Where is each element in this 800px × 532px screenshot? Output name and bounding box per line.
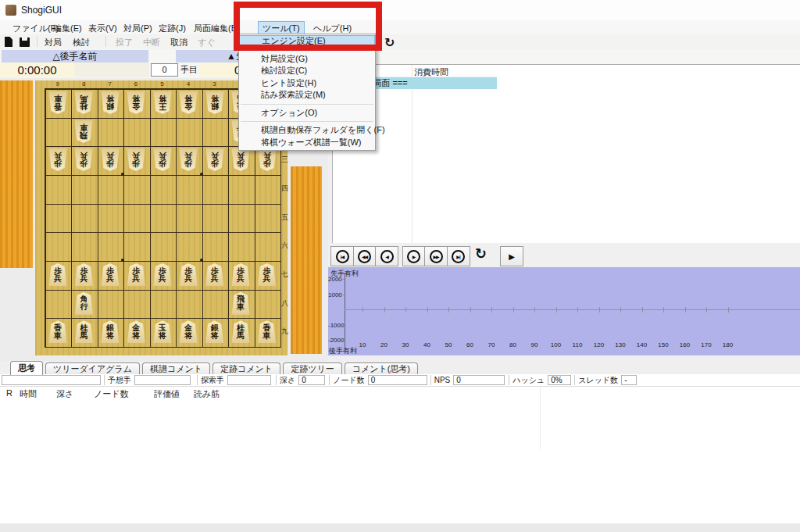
- menu-bar: ファイル(F)編集(E)表示(V)対局(P)定跡(J)局面編集(B)ツール(T)…: [0, 20, 800, 34]
- shogi-piece[interactable]: 桂馬: [231, 320, 250, 343]
- nav-forward-icon: ▶▶: [430, 250, 443, 263]
- toolbar-button-analyze[interactable]: 検討: [73, 37, 90, 48]
- x-tick: [706, 307, 707, 312]
- shogi-piece[interactable]: 歩兵: [231, 263, 250, 286]
- shogi-piece[interactable]: 歩兵: [48, 148, 67, 171]
- shogi-piece[interactable]: 歩兵: [48, 263, 67, 286]
- clock-spacer: [74, 62, 149, 77]
- shogi-piece[interactable]: 金将: [179, 320, 198, 343]
- bottom-strip: [0, 523, 800, 532]
- rotate-board-icon[interactable]: ↻: [384, 35, 395, 50]
- nav-last-button[interactable]: ▶|: [447, 246, 470, 266]
- rank-label: 三: [281, 155, 288, 165]
- x-tick: [513, 307, 514, 312]
- column-header: 評価値: [154, 388, 180, 400]
- kifu-panel[interactable]: 消費時間 === 開始局面 ===: [332, 64, 800, 243]
- status-label-depth: 深さ: [276, 375, 298, 385]
- rank-label: 八: [281, 298, 288, 309]
- save-kifu-icon[interactable]: [20, 37, 30, 47]
- nav-replay-button[interactable]: ↻: [475, 245, 487, 262]
- x-tick-label: 130: [611, 341, 630, 348]
- rank-label: 九: [281, 327, 288, 337]
- menu-item-mate-search-settings[interactable]: 詰み探索設定(M): [239, 89, 375, 102]
- x-tick-label: 80: [504, 341, 523, 348]
- shogi-piece[interactable]: 銀将: [101, 91, 120, 114]
- nav-play-icon: ▶: [509, 252, 515, 261]
- piece-stand-gote[interactable]: [0, 80, 33, 268]
- shogi-piece[interactable]: 王将: [153, 91, 172, 114]
- shogi-piece[interactable]: 角行: [74, 292, 93, 315]
- tab-joseki-comment[interactable]: 定跡コメント: [212, 362, 280, 374]
- file-label: 8: [70, 80, 96, 87]
- status-label-hash: ハッシュ: [509, 375, 548, 385]
- file-label: 9: [45, 80, 70, 87]
- tab-joseki-tree[interactable]: 定跡ツリー: [283, 362, 342, 374]
- menu-item-game-settings[interactable]: 対局設定(G): [239, 53, 375, 66]
- nav-next-button[interactable]: ▶: [402, 246, 426, 266]
- tab-tree-diagram[interactable]: ツリーダイアグラム: [45, 362, 140, 374]
- toolbar-button-game[interactable]: 対局: [45, 37, 62, 48]
- shogi-piece[interactable]: 香車: [258, 320, 277, 343]
- piece-stand-sente[interactable]: [291, 166, 322, 354]
- tab-kifu-comment[interactable]: 棋譜コメント: [142, 362, 210, 374]
- board-star: [200, 173, 203, 176]
- shogi-piece[interactable]: 歩兵: [101, 263, 120, 286]
- shogi-piece[interactable]: 金将: [179, 91, 198, 114]
- shogi-piece[interactable]: 香車: [48, 320, 67, 343]
- toolbar-button-cancel[interactable]: 取消: [170, 37, 188, 48]
- tools-menu: エンジン設定(E)対局設定(G)検討設定(C)ヒント設定(H)詰み探索設定(M)…: [238, 34, 376, 151]
- toolbar-button-immediate[interactable]: すぐ: [198, 37, 216, 48]
- x-tick-label: 180: [719, 341, 738, 348]
- x-tick: [448, 307, 449, 312]
- shogi-piece[interactable]: 歩兵: [74, 263, 93, 286]
- x-tick-label: 140: [633, 341, 652, 348]
- shogi-piece[interactable]: 金将: [127, 320, 145, 343]
- toolbar-button-resign[interactable]: 投了: [116, 37, 133, 48]
- shogi-piece[interactable]: 歩兵: [231, 148, 250, 171]
- x-tick: [663, 307, 664, 312]
- move-number-field[interactable]: 0: [151, 63, 178, 77]
- nav-rewind-button[interactable]: ◀◀: [353, 246, 377, 266]
- shogi-piece[interactable]: 歩兵: [179, 263, 198, 286]
- rank-label: 五: [281, 212, 288, 223]
- tab-thinking[interactable]: 思考: [10, 361, 43, 375]
- toolbar-separator: [105, 36, 106, 47]
- nav-prev-button[interactable]: ◀: [375, 246, 398, 266]
- shogi-piece[interactable]: 歩兵: [153, 263, 172, 286]
- menu-item-shogi-wars-kifu-list[interactable]: 将棋ウォーズ棋譜一覧(W): [239, 137, 375, 149]
- shogi-piece[interactable]: 飛車: [231, 292, 250, 315]
- menu-item-analysis-settings[interactable]: 検討設定(C): [239, 65, 375, 77]
- new-kifu-icon[interactable]: [5, 37, 12, 47]
- tab-comment-thinking[interactable]: コメント(思考): [345, 362, 418, 374]
- status-field-nodes: 0: [368, 375, 427, 385]
- shogi-piece[interactable]: 歩兵: [205, 263, 224, 286]
- x-tick-label: 90: [525, 341, 544, 348]
- shogi-piece[interactable]: 玉将: [153, 320, 172, 343]
- shogi-piece[interactable]: 桂馬: [74, 320, 93, 343]
- toolbar-button-suspend[interactable]: 中断: [143, 37, 160, 48]
- shogi-piece[interactable]: 歩兵: [258, 263, 277, 286]
- x-tick: [534, 307, 535, 312]
- nav-first-button[interactable]: |◀: [330, 246, 354, 266]
- nav-forward-button[interactable]: ▶▶: [424, 246, 448, 266]
- menu-item-hint-settings[interactable]: ヒント設定(H): [239, 77, 375, 90]
- title-bar: ShogiGUI: [0, 0, 800, 21]
- shogi-piece[interactable]: 銀将: [101, 320, 120, 343]
- shogi-piece[interactable]: 歩兵: [127, 263, 145, 286]
- shogi-piece[interactable]: 歩兵: [101, 148, 120, 171]
- eval-graph[interactable]: 先手有利 後手有利 20001000-1000-2000102030405060…: [328, 267, 800, 355]
- status-label-threads: スレッド数: [574, 375, 621, 385]
- status-field-expected-move: [134, 375, 191, 385]
- x-tick: [599, 307, 600, 312]
- move-number-label: 手目: [180, 64, 198, 76]
- menu-item-options[interactable]: オプション(O): [239, 107, 375, 120]
- shogi-piece[interactable]: 銀将: [205, 320, 224, 343]
- menu-item-open-autosave-folder[interactable]: 棋譜自動保存フォルダを開く(F): [239, 124, 375, 137]
- nav-play-button[interactable]: ▶: [500, 246, 523, 266]
- gote-clock: 0:00:00: [0, 62, 74, 77]
- x-tick-label: 20: [375, 341, 394, 348]
- shogi-piece[interactable]: 香車: [48, 91, 67, 114]
- file-label: 6: [123, 80, 148, 87]
- graph-y-axis: [345, 273, 345, 349]
- nav-next-icon: ▶: [407, 250, 420, 263]
